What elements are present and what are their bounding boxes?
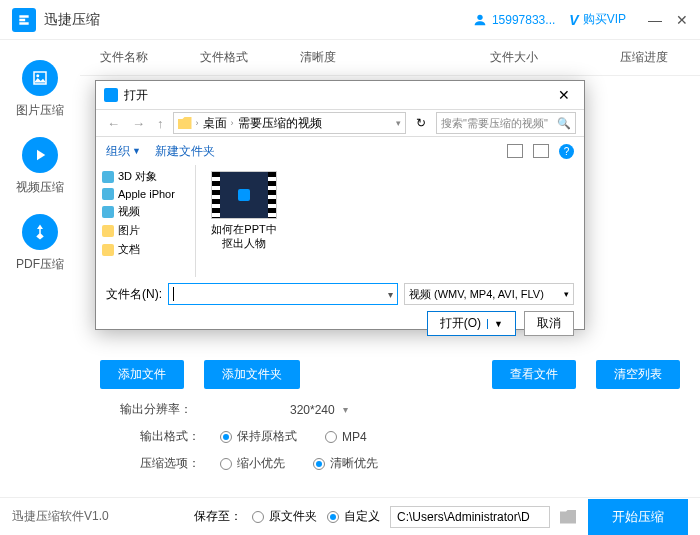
sidebar-item-video[interactable]: 视频压缩 <box>16 137 64 196</box>
close-button[interactable]: ✕ <box>676 12 688 28</box>
search-input[interactable]: 搜索"需要压缩的视频" 🔍 <box>436 112 576 134</box>
option-label: 压缩选项： <box>120 455 220 472</box>
view-details-icon[interactable] <box>533 144 549 158</box>
format-label: 输出格式： <box>120 428 220 445</box>
sidebar-item-image[interactable]: 图片压缩 <box>16 60 64 119</box>
add-folder-button[interactable]: 添加文件夹 <box>204 360 300 389</box>
dialog-open-button[interactable]: 打开(O)▼ <box>427 311 516 336</box>
user-id: 15997833... <box>492 13 555 27</box>
save-custom-radio[interactable]: 自定义 <box>327 508 380 525</box>
pdf-icon <box>22 214 58 250</box>
footer: 迅捷压缩软件V1.0 保存至： 原文件夹 自定义 开始压缩 <box>0 497 700 535</box>
video-thumbnail <box>211 171 277 219</box>
browse-folder-icon[interactable] <box>560 510 576 524</box>
start-compress-button[interactable]: 开始压缩 <box>588 499 688 535</box>
help-icon[interactable]: ? <box>559 144 574 159</box>
app-title: 迅捷压缩 <box>44 11 100 29</box>
view-mode-icon[interactable] <box>507 144 523 158</box>
refresh-icon[interactable]: ↻ <box>412 116 430 130</box>
option-smaller-radio[interactable]: 缩小优先 <box>220 455 285 472</box>
dialog-cancel-button[interactable]: 取消 <box>524 311 574 336</box>
resolution-select[interactable]: 320*240 ▾ <box>290 403 348 417</box>
open-file-dialog: 打开 ✕ ← → ↑ › 桌面 › 需要压缩的视频 ▾ ↻ 搜索"需要压缩的视频… <box>95 80 585 330</box>
sidebar-item-pdf[interactable]: PDF压缩 <box>16 214 64 273</box>
app-logo <box>12 8 36 32</box>
tree-item[interactable]: 文档 <box>96 240 195 259</box>
option-clearer-radio[interactable]: 清晰优先 <box>313 455 378 472</box>
chevron-down-icon: ▾ <box>343 404 348 415</box>
filename-label: 文件名(N): <box>106 286 162 303</box>
version-label: 迅捷压缩软件V1.0 <box>12 508 109 525</box>
table-header: 文件名称 文件格式 清晰度 文件大小 压缩进度 <box>80 40 700 76</box>
folder-tree: 3D 对象 Apple iPhor 视频 图片 文档 <box>96 165 196 277</box>
organize-menu[interactable]: 组织▼ <box>106 143 141 160</box>
view-file-button[interactable]: 查看文件 <box>492 360 576 389</box>
filetype-select[interactable]: 视频 (WMV, MP4, AVI, FLV) ▾ <box>404 283 574 305</box>
file-item[interactable]: 如何在PPT中抠出人物 <box>206 171 282 251</box>
sidebar: 图片压缩 视频压缩 PDF压缩 <box>0 40 80 495</box>
tree-item[interactable]: 视频 <box>96 202 195 221</box>
vip-icon: V <box>569 12 578 28</box>
chevron-down-icon: ▾ <box>564 289 569 299</box>
nav-back-icon[interactable]: ← <box>104 116 123 131</box>
search-icon: 🔍 <box>557 117 571 130</box>
clear-list-button[interactable]: 清空列表 <box>596 360 680 389</box>
video-icon <box>22 137 58 173</box>
save-path-input[interactable] <box>390 506 550 528</box>
dialog-logo <box>104 88 118 102</box>
dialog-title: 打开 <box>124 87 148 104</box>
add-file-button[interactable]: 添加文件 <box>100 360 184 389</box>
resolution-label: 输出分辨率： <box>120 401 200 418</box>
titlebar: 迅捷压缩 15997833... V 购买VIP — ✕ <box>0 0 700 40</box>
filename-input[interactable]: ▾ <box>168 283 398 305</box>
new-folder-button[interactable]: 新建文件夹 <box>155 143 215 160</box>
buy-vip-link[interactable]: V 购买VIP <box>569 11 626 28</box>
format-mp4-radio[interactable]: MP4 <box>325 428 367 445</box>
format-keep-radio[interactable]: 保持原格式 <box>220 428 297 445</box>
user-account[interactable]: 15997833... <box>472 12 555 28</box>
tree-item[interactable]: 图片 <box>96 221 195 240</box>
image-icon <box>22 60 58 96</box>
minimize-button[interactable]: — <box>648 12 662 28</box>
tree-item[interactable]: Apple iPhor <box>96 186 195 202</box>
file-list: 如何在PPT中抠出人物 <box>196 165 584 277</box>
svg-point-1 <box>36 74 39 77</box>
dialog-close-button[interactable]: ✕ <box>552 87 576 103</box>
save-to-label: 保存至： <box>194 508 242 525</box>
nav-forward-icon[interactable]: → <box>129 116 148 131</box>
tree-item[interactable]: 3D 对象 <box>96 167 195 186</box>
svg-point-0 <box>477 14 482 19</box>
nav-up-icon[interactable]: ↑ <box>154 116 167 131</box>
breadcrumb[interactable]: › 桌面 › 需要压缩的视频 ▾ <box>173 112 407 134</box>
folder-icon <box>178 117 192 129</box>
save-original-radio[interactable]: 原文件夹 <box>252 508 317 525</box>
